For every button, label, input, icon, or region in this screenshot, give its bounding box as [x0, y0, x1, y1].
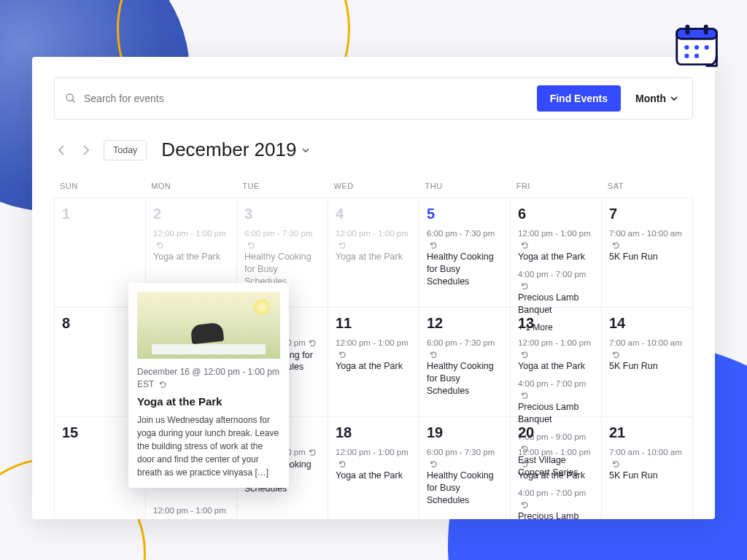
month-title[interactable]: December 2019: [161, 139, 309, 161]
calendar-event[interactable]: 12:00 pm - 1:00 pmYoga at the Park: [518, 338, 594, 373]
day-cell[interactable]: 56:00 pm - 7:30 pmHealthy Cooking for Bu…: [419, 198, 511, 308]
svg-rect-2: [685, 25, 689, 35]
calendar-event[interactable]: 12:00 pm - 1:00 pmYoga at the Park: [336, 228, 411, 263]
calendar-event[interactable]: 12:00 pm - 1:00 pmYoga at the Park: [518, 228, 594, 263]
calendar-event[interactable]: 7:00 am - 10:00 am5K Fun Run: [609, 338, 685, 373]
event-title: Yoga at the Park: [336, 360, 411, 373]
day-cell[interactable]: 612:00 pm - 1:00 pmYoga at the Park4:00 …: [511, 198, 602, 308]
recurring-icon: [338, 241, 347, 249]
calendar-event[interactable]: 6:00 pm - 7:30 pmHealthy Cooking for Bus…: [427, 338, 503, 397]
svg-point-8: [694, 54, 699, 58]
recurring-icon: [521, 241, 529, 249]
event-time: 12:00 pm - 1:00 pm: [518, 338, 594, 360]
svg-point-4: [684, 45, 689, 50]
event-time: 4:00 pm - 7:00 pm: [518, 269, 594, 292]
weekday-label: FRI: [511, 182, 602, 198]
day-number: 19: [427, 424, 503, 441]
day-number: 7: [609, 206, 685, 222]
prev-month-button[interactable]: [54, 142, 69, 158]
day-number: 8: [62, 315, 138, 332]
calendar-event[interactable]: 7:00 am - 10:00 am5K Fun Run: [609, 228, 685, 263]
event-title: Yoga at the Park: [518, 251, 594, 263]
event-time: 12:00 pm - 1:00 pm: [336, 447, 411, 470]
calendar-event[interactable]: 12:00 pm - 1:00 pmYoga at the Park: [336, 447, 411, 482]
chevron-down-icon: [670, 95, 678, 102]
today-button[interactable]: Today: [104, 140, 147, 160]
recurring-icon: [430, 241, 438, 249]
day-number: 21: [609, 424, 685, 441]
popover-description: Join us Wednesday afternoons for yoga du…: [137, 413, 280, 479]
event-title: Yoga at the Park: [518, 470, 594, 482]
day-cell[interactable]: 412:00 pm - 1:00 pmYoga at the Park: [328, 198, 419, 308]
day-number: 14: [609, 315, 685, 332]
recurring-icon: [430, 351, 438, 359]
day-cell[interactable]: 1812:00 pm - 1:00 pmYoga at the Park: [328, 417, 419, 519]
recurring-icon: [338, 460, 347, 468]
recurring-icon: [156, 241, 164, 249]
view-selector[interactable]: Month: [631, 93, 682, 104]
event-time: 4:00 pm - 7:00 pm: [518, 488, 594, 510]
event-time: 6:00 pm - 7:30 pm: [427, 447, 503, 470]
event-time: 7:00 am - 10:00 am: [609, 447, 685, 470]
month-title-label: December 2019: [161, 139, 296, 161]
calendar-event[interactable]: 12:00 pm - 1:00 pmYoga at the Park: [518, 447, 594, 482]
calendar-event[interactable]: 12:00 pm - 1:00 pmYoga at the Park: [336, 338, 411, 373]
day-number: 11: [336, 315, 411, 332]
event-time: 6:00 pm - 7:30 pm: [427, 228, 503, 251]
calendar-logo-icon: [670, 19, 727, 76]
day-cell[interactable]: 147:00 am - 10:00 am5K Fun Run: [602, 308, 693, 417]
event-time: 12:00 pm - 1:00 pm: [153, 505, 229, 519]
event-title: Healthy Cooking for Busy Schedules: [427, 251, 503, 288]
event-title: 5K Fun Run: [609, 360, 685, 373]
recurring-icon: [309, 339, 317, 347]
popover-meta: December 16 @ 12:00 pm - 1:00 pm EST: [137, 366, 280, 391]
popover-title[interactable]: Yoga at the Park: [137, 395, 280, 408]
event-time: 6:00 pm - 7:30 pm: [427, 338, 503, 360]
day-cell[interactable]: 196:00 pm - 7:30 pmHealthy Cooking for B…: [419, 417, 511, 519]
calendar-event[interactable]: 12:00 pm - 1:00 pmYoga at the Park: [153, 505, 229, 519]
weekday-header-row: SUNMONTUEWEDTHUFRISAT: [54, 182, 693, 198]
day-number: 2: [153, 206, 229, 222]
weekday-label: SAT: [602, 182, 693, 198]
svg-line-10: [72, 100, 74, 102]
day-cell[interactable]: 2012:00 pm - 1:00 pmYoga at the Park4:00…: [511, 417, 602, 519]
day-number: 3: [244, 206, 320, 222]
day-cell[interactable]: 1312:00 pm - 1:00 pmYoga at the Park4:00…: [511, 308, 602, 417]
calendar-event[interactable]: 12:00 pm - 1:00 pmYoga at the Park: [153, 228, 229, 263]
calendar-event[interactable]: 7:00 am - 10:00 am5K Fun Run: [609, 447, 685, 482]
recurring-icon: [612, 460, 620, 468]
calendar-event[interactable]: 4:00 pm - 7:00 pmPrecious Lamb Banquet: [518, 488, 594, 519]
search-input[interactable]: [84, 93, 527, 104]
svg-point-5: [694, 45, 699, 50]
event-time: 7:00 am - 10:00 am: [609, 338, 685, 360]
day-cell[interactable]: 126:00 pm - 7:30 pmHealthy Cooking for B…: [419, 308, 511, 417]
day-cell[interactable]: 217:00 am - 10:00 am5K Fun Run: [602, 417, 693, 519]
event-thumbnail: [137, 292, 280, 359]
day-number: 5: [427, 206, 503, 222]
recurring-icon: [309, 448, 317, 456]
event-title: 5K Fun Run: [609, 251, 685, 263]
recurring-icon: [521, 392, 529, 400]
day-number: 15: [62, 424, 138, 441]
calendar-event[interactable]: 6:00 pm - 7:30 pmHealthy Cooking for Bus…: [427, 228, 503, 288]
event-popover: December 16 @ 12:00 pm - 1:00 pm EST Yog…: [128, 283, 289, 488]
recurring-icon: [612, 241, 620, 249]
calendar-event[interactable]: 6:00 pm - 7:30 pmHealthy Cooking for Bus…: [427, 447, 503, 507]
find-events-button[interactable]: Find Events: [537, 85, 621, 112]
calendar-event[interactable]: 6:00 pm - 7:30 pmHealthy Cooking for Bus…: [244, 228, 320, 288]
next-month-button[interactable]: [79, 142, 93, 158]
event-time: 12:00 pm - 1:00 pm: [518, 228, 594, 251]
svg-point-9: [66, 94, 73, 101]
weekday-label: SUN: [54, 182, 145, 198]
event-title: Yoga at the Park: [518, 360, 594, 373]
event-time: 12:00 pm - 1:00 pm: [336, 228, 411, 251]
day-cell[interactable]: 77:00 am - 10:00 am5K Fun Run: [602, 198, 693, 308]
event-title: Healthy Cooking for Busy Schedules: [427, 470, 503, 507]
svg-rect-3: [704, 25, 708, 35]
event-time: 12:00 pm - 1:00 pm: [153, 228, 229, 251]
recurring-icon: [338, 351, 347, 359]
day-number: 4: [336, 206, 411, 222]
day-cell[interactable]: 1112:00 pm - 1:00 pmYoga at the Park: [328, 308, 419, 417]
search-bar: Find Events Month: [54, 77, 693, 120]
weekday-label: TUE: [236, 182, 328, 198]
